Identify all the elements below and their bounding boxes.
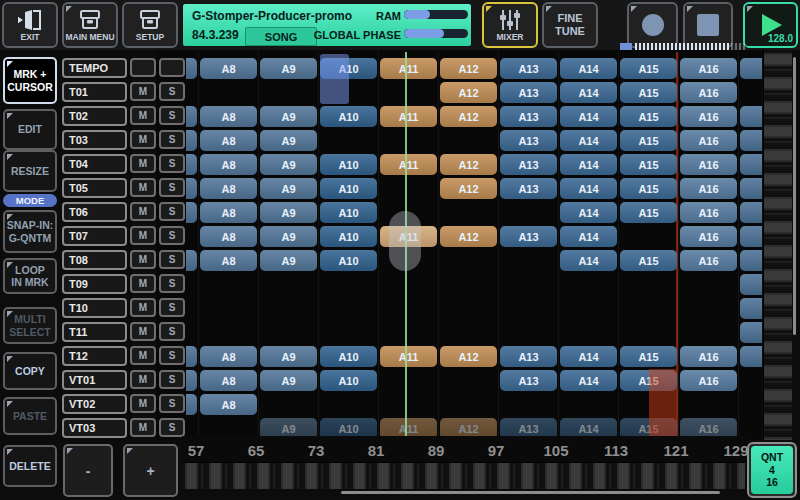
pattern-block-A16[interactable]: A16 xyxy=(680,106,737,127)
pattern-block-A12[interactable]: A12 xyxy=(440,82,497,103)
pattern-block-A12[interactable]: A12 xyxy=(440,346,497,367)
mute-button-T03[interactable]: M xyxy=(130,130,156,149)
pattern-block-partial[interactable] xyxy=(740,274,762,295)
solo-button-VT03[interactable]: S xyxy=(159,418,185,437)
track-button-VT01[interactable]: VT01 xyxy=(62,370,127,390)
sidebar-mrk-cursor-button[interactable]: MRK + CURSOR xyxy=(3,57,57,104)
pattern-block-partial[interactable] xyxy=(186,154,197,175)
pattern-block-A13[interactable]: A13 xyxy=(500,82,557,103)
pattern-block-A15[interactable]: A15 xyxy=(620,58,677,79)
pattern-block-A13[interactable]: A13 xyxy=(500,346,557,367)
pattern-block-A10[interactable]: A10 xyxy=(320,178,377,199)
track-button-T10[interactable]: T10 xyxy=(62,298,127,318)
pattern-block-partial[interactable] xyxy=(740,58,762,79)
pattern-block-A12[interactable]: A12 xyxy=(440,154,497,175)
pattern-block-A14[interactable]: A14 xyxy=(560,58,617,79)
pattern-block-A9[interactable]: A9 xyxy=(260,250,317,271)
pattern-block-A8[interactable]: A8 xyxy=(200,106,257,127)
pattern-block-A11[interactable]: A11 xyxy=(380,154,437,175)
pattern-block-partial[interactable] xyxy=(186,202,197,223)
pattern-block-partial[interactable] xyxy=(186,346,197,367)
horizontal-scrollbar[interactable] xyxy=(182,462,745,489)
pattern-block-partial[interactable] xyxy=(740,178,762,199)
quantize-button[interactable]: QNT 4 16 xyxy=(747,442,797,498)
solo-button-VT01[interactable]: S xyxy=(159,370,185,389)
track-button-T02[interactable]: T02 xyxy=(62,106,127,126)
pattern-block-partial[interactable] xyxy=(186,250,197,271)
mute-button-T11[interactable]: M xyxy=(130,322,156,341)
pattern-block-A8[interactable]: A8 xyxy=(200,202,257,223)
pattern-block-A13[interactable]: A13 xyxy=(500,58,557,79)
pattern-block-A8[interactable]: A8 xyxy=(200,250,257,271)
mute-button-TEMPO[interactable] xyxy=(130,58,156,77)
touch-cursor-handle[interactable] xyxy=(389,211,421,271)
pattern-block-A16[interactable]: A16 xyxy=(680,58,737,79)
pattern-block-partial[interactable] xyxy=(740,250,762,271)
pattern-block-A8[interactable]: A8 xyxy=(200,226,257,247)
pattern-block-A14[interactable]: A14 xyxy=(560,226,617,247)
pattern-block-A9[interactable]: A9 xyxy=(260,106,317,127)
pattern-block-partial[interactable] xyxy=(740,106,762,127)
pattern-block-A14[interactable]: A14 xyxy=(560,178,617,199)
track-button-VT02[interactable]: VT02 xyxy=(62,394,127,414)
solo-button-T05[interactable]: S xyxy=(159,178,185,197)
sidebar-multi-select-button[interactable]: MULTI SELECT xyxy=(3,307,57,344)
pattern-block-A9[interactable]: A9 xyxy=(260,130,317,151)
pattern-block-A14[interactable]: A14 xyxy=(560,370,617,391)
play-button[interactable]: 128.0 xyxy=(743,2,798,48)
pattern-block-A8[interactable]: A8 xyxy=(200,58,257,79)
vertical-scrollbar[interactable] xyxy=(763,50,792,440)
track-button-T05[interactable]: T05 xyxy=(62,178,127,198)
pattern-block-A12[interactable]: A12 xyxy=(440,58,497,79)
sidebar-paste-button[interactable]: PASTE xyxy=(3,397,57,435)
solo-button-T09[interactable]: S xyxy=(159,274,185,293)
pattern-block-A14[interactable]: A14 xyxy=(560,154,617,175)
pattern-block-partial[interactable] xyxy=(740,346,762,367)
mute-button-T07[interactable]: M xyxy=(130,226,156,245)
pattern-block-A10[interactable]: A10 xyxy=(320,106,377,127)
mute-button-VT01[interactable]: M xyxy=(130,370,156,389)
fine-tune-button[interactable]: FINE TUNE xyxy=(542,2,598,48)
solo-button-T11[interactable]: S xyxy=(159,322,185,341)
pattern-block-A14[interactable]: A14 xyxy=(560,130,617,151)
sidebar-edit-button[interactable]: EDIT xyxy=(3,109,57,150)
pattern-block-A12[interactable]: A12 xyxy=(440,106,497,127)
track-button-T07[interactable]: T07 xyxy=(62,226,127,246)
pattern-block-A15[interactable]: A15 xyxy=(620,130,677,151)
exit-button[interactable]: EXIT xyxy=(2,2,58,48)
pattern-block-A10[interactable]: A10 xyxy=(320,154,377,175)
track-button-T09[interactable]: T09 xyxy=(62,274,127,294)
pattern-block-A12[interactable]: A12 xyxy=(440,178,497,199)
track-button-T12[interactable]: T12 xyxy=(62,346,127,366)
pattern-block-A15[interactable]: A15 xyxy=(620,82,677,103)
pattern-block-A11[interactable]: A11 xyxy=(380,106,437,127)
pattern-block-A13[interactable]: A13 xyxy=(500,154,557,175)
pattern-block-partial[interactable] xyxy=(186,178,197,199)
pattern-block-A14[interactable]: A14 xyxy=(560,202,617,223)
pattern-block-A16[interactable]: A16 xyxy=(680,154,737,175)
pattern-block-A8[interactable]: A8 xyxy=(200,178,257,199)
pattern-block-A14[interactable]: A14 xyxy=(560,250,617,271)
pattern-block-A14[interactable]: A14 xyxy=(560,106,617,127)
sidebar-delete-button[interactable]: DELETE xyxy=(3,445,57,487)
solo-button-T01[interactable]: S xyxy=(159,82,185,101)
pattern-block-A10[interactable]: A10 xyxy=(320,346,377,367)
pattern-block-A15[interactable]: A15 xyxy=(620,154,677,175)
pattern-block-A8[interactable]: A8 xyxy=(200,130,257,151)
pattern-block-partial[interactable] xyxy=(740,130,762,151)
pattern-block-A13[interactable]: A13 xyxy=(500,178,557,199)
mute-button-T10[interactable]: M xyxy=(130,298,156,317)
mixer-button[interactable]: MIXER xyxy=(482,2,538,48)
pattern-block-A8[interactable]: A8 xyxy=(200,346,257,367)
mute-button-T02[interactable]: M xyxy=(130,106,156,125)
pattern-block-A15[interactable]: A15 xyxy=(620,178,677,199)
pattern-block-A9[interactable]: A9 xyxy=(260,178,317,199)
track-button-VT03[interactable]: VT03 xyxy=(62,418,127,438)
solo-button-T10[interactable]: S xyxy=(159,298,185,317)
pattern-block-A13[interactable]: A13 xyxy=(500,226,557,247)
pattern-block-partial[interactable] xyxy=(186,130,197,151)
pattern-block-A16[interactable]: A16 xyxy=(680,250,737,271)
solo-button-T02[interactable]: S xyxy=(159,106,185,125)
solo-button-T08[interactable]: S xyxy=(159,250,185,269)
pattern-block-A16[interactable]: A16 xyxy=(680,178,737,199)
